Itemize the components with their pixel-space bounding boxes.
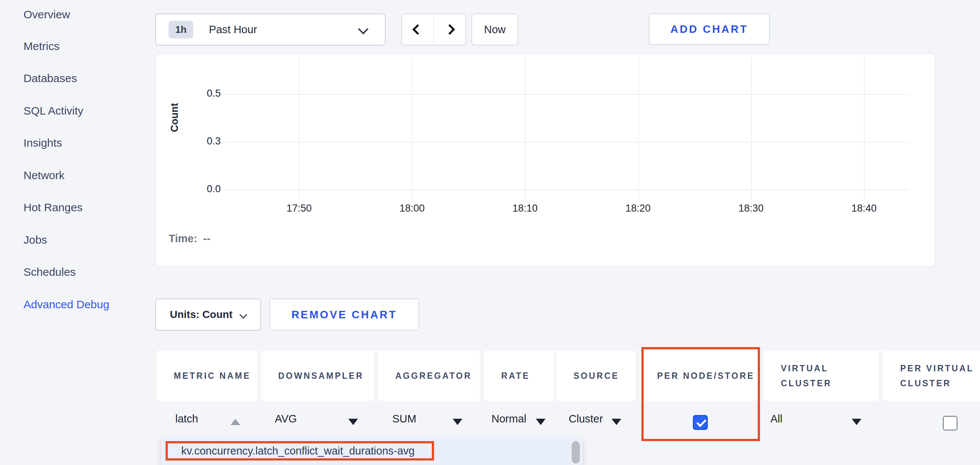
remove-chart-button[interactable]: REMOVE CHART <box>269 299 419 331</box>
advanced-debug-custom-chart-page: Overview Metrics Databases SQL Activity … <box>0 0 980 465</box>
column-header-per-virtual-cluster: PER VIRTUAL CLUSTER <box>883 351 980 401</box>
sidebar-item-sql-activity[interactable]: SQL Activity <box>24 103 84 119</box>
sidebar-item-schedules[interactable]: Schedules <box>24 264 76 280</box>
aggregator-select[interactable]: SUM <box>392 413 416 425</box>
gridline-horizontal <box>224 190 909 190</box>
add-chart-button[interactable]: ADD CHART <box>649 13 770 45</box>
column-header-virtual-cluster: VIRTUAL CLUSTER <box>764 351 878 401</box>
units-dropdown[interactable]: Units: Count <box>155 299 261 331</box>
column-header-downsampler: DOWNSAMPLER <box>261 351 374 401</box>
units-label: Units: Count <box>170 308 233 321</box>
gridline-vertical <box>299 57 300 200</box>
y-tick-0-0: 0.0 <box>180 183 221 195</box>
metric-suggestion-item[interactable]: kv.concurrency.latch_conflict_wait_durat… <box>181 445 415 457</box>
y-axis-label: Count <box>145 105 204 129</box>
chevron-down-icon[interactable] <box>348 419 358 425</box>
x-tick-1810: 18:10 <box>499 203 551 214</box>
column-header-rate: RATE <box>484 351 554 401</box>
chevron-down-icon <box>239 310 247 318</box>
gridline-vertical <box>412 57 413 200</box>
downsampler-select[interactable]: AVG <box>275 413 297 425</box>
chevron-down-icon <box>358 24 368 34</box>
sidebar-item-jobs[interactable]: Jobs <box>24 232 47 248</box>
hover-time-label: Time: <box>169 232 197 244</box>
time-next-button[interactable] <box>433 13 466 46</box>
gridline-horizontal <box>224 94 909 95</box>
gridline-vertical <box>864 57 865 200</box>
chart-panel: Count 0.5 0.3 0.0 17:50 18:00 18:10 18:2… <box>155 53 935 267</box>
per-virtual-cluster-checkbox[interactable] <box>943 416 958 431</box>
y-tick-0-5: 0.5 <box>180 88 221 99</box>
sort-up-icon[interactable] <box>231 419 240 425</box>
column-header-metric-name: METRIC NAME <box>157 351 257 401</box>
sidebar-item-databases[interactable]: Databases <box>24 70 77 86</box>
time-range-label: Past Hour <box>209 24 257 36</box>
sidebar-item-insights[interactable]: Insights <box>24 135 62 151</box>
chevron-down-icon[interactable] <box>536 419 546 425</box>
gridline-vertical <box>638 57 639 200</box>
sidebar-item-hot-ranges[interactable]: Hot Ranges <box>24 200 83 215</box>
sidebar-item-metrics[interactable]: Metrics <box>24 38 60 54</box>
chevron-down-icon[interactable] <box>612 419 621 425</box>
metric-name-input[interactable]: latch <box>175 413 198 425</box>
metric-suggestions-dropdown: kv.concurrency.latch_conflict_wait_durat… <box>161 437 582 465</box>
gridline-vertical <box>525 57 526 200</box>
chevron-down-icon[interactable] <box>453 419 462 425</box>
rate-select[interactable]: Normal <box>492 413 526 425</box>
x-tick-1800: 18:00 <box>386 203 438 214</box>
sidebar-item-network[interactable]: Network <box>24 168 65 183</box>
time-range-badge: 1h <box>169 21 193 38</box>
chevron-left-icon <box>412 24 423 35</box>
column-header-per-node-store: PER NODE/STORE <box>640 351 759 401</box>
virtual-cluster-select[interactable]: All <box>770 413 782 425</box>
time-prev-button[interactable] <box>401 13 434 46</box>
x-tick-1840: 18:40 <box>838 203 890 214</box>
hover-time-readout: Time:-- <box>169 232 210 245</box>
column-header-aggregator: AGGREGATOR <box>378 351 480 401</box>
y-tick-0-3: 0.3 <box>180 136 221 147</box>
sidebar-item-overview[interactable]: Overview <box>24 7 70 22</box>
sidebar-item-advanced-debug[interactable]: Advanced Debug <box>24 297 109 312</box>
gridline-horizontal <box>224 142 909 142</box>
x-tick-1830: 18:30 <box>725 203 777 214</box>
source-select[interactable]: Cluster <box>569 413 603 425</box>
chevron-down-icon[interactable] <box>852 419 861 425</box>
dropdown-scrollbar[interactable] <box>571 439 581 465</box>
x-tick-1750: 17:50 <box>273 203 325 214</box>
time-range-dropdown[interactable]: 1h Past Hour <box>155 13 386 46</box>
per-node-store-checkbox[interactable] <box>693 415 708 430</box>
now-button[interactable]: Now <box>471 13 518 46</box>
hover-time-value: -- <box>203 232 210 244</box>
chevron-right-icon <box>444 24 455 35</box>
dropdown-scrollbar-thumb[interactable] <box>572 441 580 463</box>
gridline-vertical <box>751 57 752 200</box>
column-header-source: SOURCE <box>556 351 635 401</box>
x-tick-1820: 18:20 <box>612 203 664 214</box>
